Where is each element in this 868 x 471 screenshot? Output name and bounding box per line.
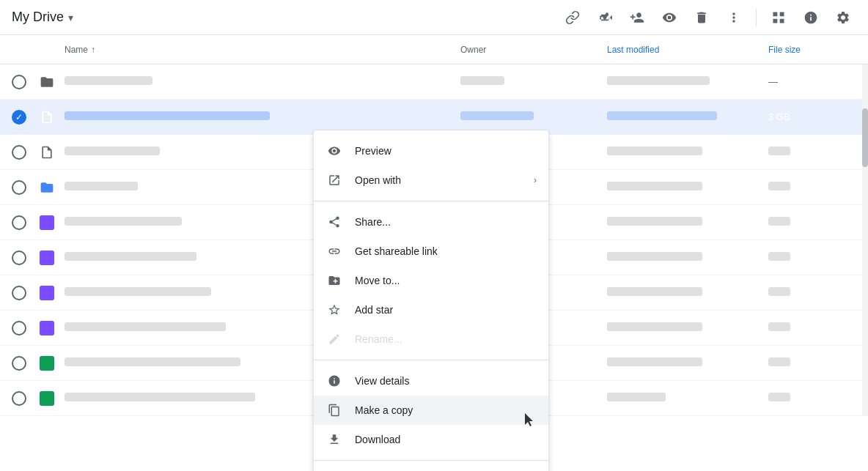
file-size: 3 GB: [768, 111, 856, 122]
drive-title: My Drive ▾: [12, 10, 559, 25]
file-type-icon: [38, 73, 56, 91]
move-icon: [326, 272, 343, 289]
file-modified: [607, 76, 768, 87]
file-modified: [607, 147, 768, 157]
file-size: [768, 182, 856, 193]
scrollbar[interactable]: [862, 64, 868, 416]
row-checkbox[interactable]: [12, 286, 26, 300]
file-type-icon: [38, 319, 56, 337]
file-modified: [607, 287, 768, 298]
menu-item-share[interactable]: Share...: [314, 207, 548, 237]
col-header-modified[interactable]: Last modified: [607, 45, 768, 55]
file-owner: [460, 111, 607, 122]
drive-title-text: My Drive: [12, 10, 64, 25]
menu-divider-2: [314, 360, 548, 360]
scrollbar-thumb[interactable]: [862, 108, 868, 167]
row-checkbox[interactable]: [12, 75, 26, 89]
menu-item-get-link[interactable]: Get shareable link: [314, 237, 548, 266]
file-size: [768, 287, 856, 298]
row-checkbox[interactable]: [12, 215, 26, 230]
star-icon: [326, 301, 343, 319]
file-modified: [607, 217, 768, 228]
file-name: [65, 76, 460, 87]
share-button[interactable]: [592, 4, 618, 31]
open-with-icon: [326, 171, 343, 189]
row-checkbox[interactable]: [12, 251, 26, 265]
rename-icon: [326, 330, 343, 348]
file-type-icon: [38, 284, 56, 302]
file-size: [768, 147, 856, 157]
file-size: —: [768, 76, 856, 87]
row-checkbox[interactable]: [12, 356, 26, 371]
add-person-button[interactable]: [624, 4, 650, 31]
menu-label-add-star: Add star: [355, 304, 537, 316]
file-type-icon: [38, 214, 56, 231]
menu-item-open-with[interactable]: Open with ›: [314, 166, 548, 195]
menu-item-rename: Rename...: [314, 324, 548, 354]
menu-label-open-with: Open with: [355, 174, 534, 186]
menu-label-download: Download: [355, 434, 537, 445]
menu-item-move-to[interactable]: Move to...: [314, 266, 548, 295]
menu-item-preview[interactable]: Preview: [314, 136, 548, 166]
file-modified: [607, 182, 768, 193]
info-button[interactable]: [798, 4, 824, 31]
menu-item-view-details[interactable]: View details: [314, 366, 548, 396]
header-divider: [756, 9, 757, 26]
menu-divider-1: [314, 201, 548, 201]
menu-label-make-copy: Make a copy: [355, 404, 537, 416]
file-type-icon: [38, 144, 56, 161]
svg-point-0: [606, 12, 608, 15]
file-modified: [607, 252, 768, 263]
menu-item-make-copy[interactable]: Make a copy: [314, 396, 548, 425]
menu-label-preview: Preview: [355, 145, 537, 157]
menu-label-view-details: View details: [355, 375, 537, 387]
file-owner: [460, 76, 607, 87]
menu-divider-3: [314, 460, 548, 461]
menu-label-share: Share...: [355, 216, 537, 228]
col-header-size[interactable]: File size: [768, 45, 856, 55]
row-checkbox[interactable]: [12, 145, 26, 160]
download-icon: [326, 431, 343, 448]
table-row[interactable]: —: [0, 64, 868, 100]
row-checkbox[interactable]: [12, 180, 26, 195]
info-icon: [326, 372, 343, 390]
file-size: [768, 357, 856, 368]
eye-icon: [326, 142, 343, 160]
file-modified: [607, 357, 768, 368]
preview-button[interactable]: [656, 4, 683, 31]
menu-item-add-star[interactable]: Add star: [314, 295, 548, 324]
grid-view-button[interactable]: [765, 4, 792, 31]
title-dropdown-arrow[interactable]: ▾: [68, 12, 73, 23]
file-type-icon: [38, 249, 56, 267]
header-actions: [559, 4, 856, 31]
settings-button[interactable]: [830, 4, 856, 31]
open-with-arrow: ›: [534, 175, 537, 185]
col-header-name[interactable]: Name ↑: [65, 45, 460, 55]
delete-button[interactable]: [688, 4, 715, 31]
file-modified: [607, 393, 768, 404]
file-type-icon: [38, 108, 56, 126]
cursor-icon: [525, 413, 537, 428]
menu-item-remove[interactable]: Remove: [314, 467, 548, 471]
row-checkbox[interactable]: ✓: [12, 110, 26, 125]
get-link-button[interactable]: [559, 4, 586, 31]
file-type-icon: [38, 355, 56, 372]
sort-arrow: ↑: [91, 45, 95, 55]
row-checkbox[interactable]: [12, 391, 26, 406]
col-header-owner[interactable]: Owner: [460, 45, 607, 55]
menu-label-move-to: Move to...: [355, 275, 537, 286]
more-options-button[interactable]: [721, 4, 747, 31]
file-size: [768, 217, 856, 228]
menu-label-get-link: Get shareable link: [355, 245, 537, 257]
file-size: [768, 252, 856, 263]
file-name: [65, 111, 460, 122]
row-checkbox[interactable]: [12, 321, 26, 335]
menu-label-rename: Rename...: [355, 333, 537, 345]
table-row[interactable]: ✓ 3 GB: [0, 100, 868, 135]
file-size: [768, 322, 856, 333]
menu-item-download[interactable]: Download: [314, 425, 548, 454]
file-type-icon: [38, 390, 56, 407]
file-type-icon: [38, 179, 56, 196]
header: My Drive ▾: [0, 0, 868, 35]
share-icon: [326, 213, 343, 231]
